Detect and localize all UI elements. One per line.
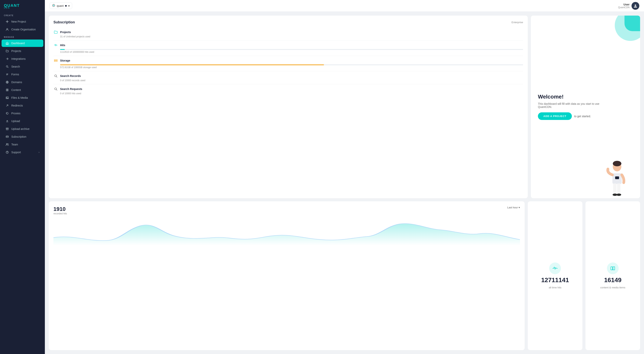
- svg-rect-18: [617, 183, 620, 195]
- sidebar-item-redirects[interactable]: Redirects: [2, 102, 43, 109]
- svg-rect-5: [6, 128, 8, 129]
- all-time-hits-label: all time hits: [549, 286, 561, 289]
- arrow-up-right-icon: [6, 104, 9, 107]
- folder-icon: [6, 49, 9, 53]
- storage-name: Storage: [60, 59, 70, 62]
- hits-chart-svg: [54, 218, 520, 249]
- sidebar-item-subscription[interactable]: Subscription: [2, 133, 43, 140]
- image-icon: [6, 96, 9, 100]
- user-org: QuantCDN: [618, 6, 630, 9]
- card-icon: [6, 135, 9, 139]
- person-circle-icon: [6, 28, 9, 31]
- sidebar-item-projects[interactable]: Projects: [2, 47, 43, 55]
- list-icon: [6, 73, 9, 76]
- svg-rect-16: [615, 177, 619, 179]
- hits-chart-card: 1910 recorded hits Last hour ▾: [49, 201, 525, 350]
- people-icon: [6, 143, 9, 146]
- integrations-icon: [6, 57, 9, 61]
- sidebar: QUANT CDN CREATE New Project Create Orga…: [0, 0, 45, 354]
- section-label-manage: MANAGE: [0, 33, 45, 39]
- subscription-tier: Enterprise: [512, 21, 523, 24]
- sidebar-item-new-project[interactable]: New Project: [2, 18, 43, 25]
- add-project-button[interactable]: ADD A PROJECT: [538, 112, 572, 120]
- sidebar-item-domains[interactable]: Domains: [2, 78, 43, 86]
- subscription-title: Subscription: [54, 20, 75, 24]
- time-selector-label: Last hour: [507, 206, 518, 209]
- project-selector[interactable]: quant ▾: [50, 2, 72, 9]
- hits-header: 1910 recorded hits Last hour ▾: [54, 206, 520, 217]
- storage-progress-fill: [60, 64, 324, 65]
- folder-sub-icon: [54, 30, 58, 34]
- sidebar-item-integrations[interactable]: Integrations: [2, 55, 43, 62]
- subscription-card: Subscription Enterprise Projects 31 of U…: [49, 15, 528, 198]
- user-info: User QuantCDN: [618, 3, 630, 9]
- search-requests-icon: [54, 87, 58, 91]
- project-dot: [65, 5, 67, 7]
- hits-name: Hits: [60, 44, 65, 47]
- sub-item-search-records: Search Records 0 of 10000 records used: [54, 71, 523, 84]
- sidebar-item-forms[interactable]: Forms: [2, 71, 43, 78]
- refresh-icon: [6, 112, 9, 115]
- content-area: Welcome! This dashboard will fill with d…: [45, 12, 644, 354]
- storage-desc: 572.81GB of 1000GB storage used: [60, 66, 523, 69]
- search-requests-name: Search Requests: [60, 87, 82, 91]
- project-name: quant: [57, 4, 64, 7]
- logo: QUANT CDN: [0, 0, 45, 12]
- user-name: User: [618, 3, 630, 6]
- sidebar-item-team[interactable]: Team: [2, 141, 43, 148]
- storage-sub-icon: [54, 58, 58, 63]
- sidebar-item-dashboard[interactable]: Dashboard: [2, 39, 43, 47]
- welcome-cta-row: ADD A PROJECT to get started.: [538, 112, 633, 120]
- sidebar-item-upload[interactable]: Upload: [2, 117, 43, 125]
- svg-point-23: [54, 75, 56, 77]
- sidebar-item-search[interactable]: Search: [2, 63, 43, 70]
- svg-rect-22: [54, 61, 57, 61]
- svg-point-20: [616, 193, 621, 196]
- plus-icon: [6, 20, 9, 23]
- sub-item-search-requests: Search Requests 0 of 10000 hits used: [54, 84, 523, 97]
- globe-icon: [6, 80, 9, 84]
- book-icon: [6, 88, 9, 92]
- svg-point-24: [54, 88, 56, 90]
- welcome-figure: [605, 159, 628, 198]
- svg-point-12: [635, 4, 636, 6]
- chart-area: [54, 218, 520, 249]
- sub-item-hits: Hits 1112610 of 100000000 hits used: [54, 40, 523, 56]
- sidebar-item-upload-archive[interactable]: Upload archive: [2, 125, 43, 133]
- time-selector[interactable]: Last hour ▾: [507, 206, 520, 209]
- svg-point-8: [8, 144, 8, 144]
- support-chevron-icon: ›: [38, 151, 40, 154]
- content-media-label: content & media items: [600, 286, 626, 289]
- svg-point-10: [7, 153, 8, 153]
- search-records-name: Search Records: [60, 74, 81, 77]
- book-stat-icon-circle: [607, 262, 619, 274]
- hits-progress-fill: [60, 49, 65, 50]
- header: quant ▾ User QuantCDN: [45, 0, 644, 12]
- main-content: quant ▾ User QuantCDN Welcome! This dash…: [45, 0, 644, 354]
- search-records-icon: [54, 74, 58, 78]
- svg-point-14: [613, 161, 622, 166]
- projects-name: Projects: [60, 30, 71, 34]
- sidebar-item-files-media[interactable]: Files & Media: [2, 94, 43, 101]
- sidebar-item-proxies[interactable]: Proxies: [2, 110, 43, 117]
- dropdown-arrow-icon: ▾: [68, 4, 70, 7]
- archive-icon: [6, 127, 9, 131]
- content-media-number: 16149: [604, 277, 622, 284]
- project-selector-icon: [52, 4, 55, 7]
- upload-icon: [6, 119, 9, 123]
- avatar[interactable]: [632, 2, 639, 10]
- welcome-description: This dashboard will fill with data as yo…: [538, 102, 606, 108]
- svg-point-1: [6, 66, 8, 67]
- sidebar-item-content[interactable]: Content: [2, 86, 43, 94]
- cta-suffix: to get started.: [574, 115, 591, 118]
- sidebar-item-create-org[interactable]: Create Organisation: [2, 26, 43, 33]
- all-time-hits-card: 12711141 all time hits: [528, 201, 582, 350]
- subscription-header: Subscription Enterprise: [54, 20, 523, 24]
- pulse-stat-icon-circle: [549, 262, 561, 274]
- time-chevron-icon: ▾: [518, 206, 520, 209]
- all-time-hits-number: 12711141: [541, 277, 569, 284]
- svg-rect-21: [54, 60, 57, 60]
- bottom-row: 1910 recorded hits Last hour ▾: [49, 201, 640, 350]
- sidebar-item-support[interactable]: Support ›: [2, 149, 43, 156]
- pulse-sub-icon: [54, 43, 58, 47]
